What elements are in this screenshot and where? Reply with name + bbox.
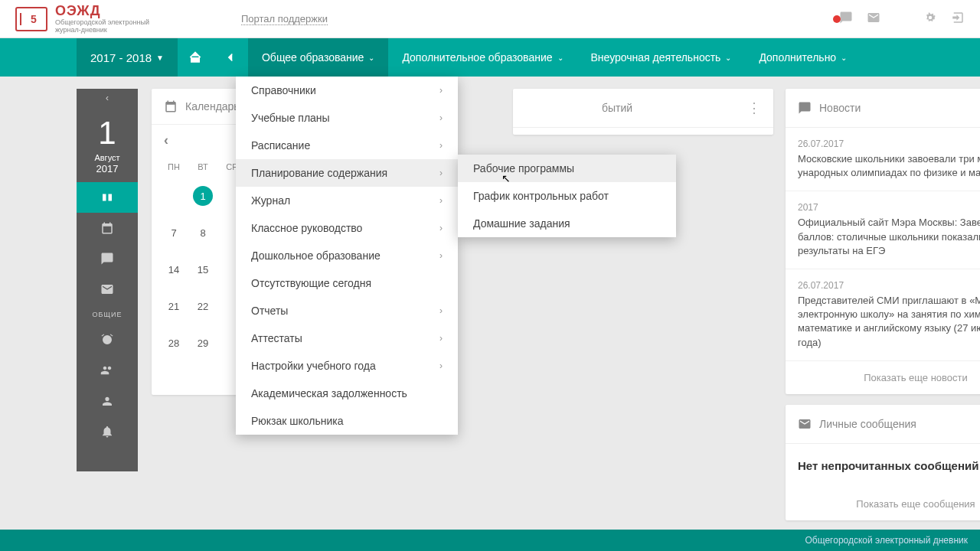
nav-more[interactable]: Дополнительно⌄: [745, 38, 861, 77]
date-year: 2017: [77, 163, 138, 174]
mail-icon[interactable]: [867, 11, 880, 28]
dropdown-item[interactable]: Классное руководство›: [236, 214, 458, 242]
sidebar-item-group[interactable]: [77, 386, 138, 416]
dropdown-menu: Справочники›Учебные планы›Расписание›Пла…: [236, 77, 458, 435]
news-date: 26.07.2017: [798, 139, 980, 149]
messages-icon: [798, 417, 812, 431]
calendar-day[interactable]: 14: [159, 251, 188, 288]
calendar-title: Календарь: [185, 100, 240, 112]
nav-general-education[interactable]: Общее образование⌄: [248, 38, 388, 77]
calendar-day[interactable]: 7: [159, 214, 188, 251]
home-icon[interactable]: [178, 38, 213, 77]
news-date: 2017: [798, 202, 980, 213]
calendar-day[interactable]: 29: [188, 324, 217, 361]
footer-text: Общегородской электронный дневник: [805, 535, 968, 546]
submenu-item[interactable]: Рабочие программы: [458, 155, 676, 182]
news-text: Представителей СМИ приглашают в «Московс…: [798, 294, 980, 350]
dropdown-item[interactable]: Журнал›: [236, 187, 458, 214]
sidebar: ‹ 1 Август 2017 ОБЩИЕ: [77, 89, 138, 471]
news-icon: [798, 101, 812, 115]
news-text: Московские школьники завоевали три медал…: [798, 152, 980, 180]
notification-badge: [833, 15, 841, 23]
news-show-more[interactable]: Показать еще новости: [786, 361, 980, 394]
dropdown-item[interactable]: Отчеты›: [236, 297, 458, 324]
year-selector[interactable]: 2017 - 2018▼: [77, 38, 178, 77]
calendar-day[interactable]: 15: [188, 251, 217, 288]
events-title: бытий: [602, 102, 632, 114]
logo-subtitle-2: журнал-дневник: [55, 27, 149, 34]
messages-show-more[interactable]: Показать еще сообщения: [786, 487, 980, 520]
news-title: Новости: [819, 102, 861, 114]
nav-extracurricular[interactable]: Внеурочная деятельность⌄: [577, 38, 746, 77]
notification-icon[interactable]: [839, 11, 853, 28]
sidebar-collapse[interactable]: ‹: [77, 89, 138, 107]
logout-icon[interactable]: [951, 11, 965, 28]
calendar-prev[interactable]: ‹: [164, 132, 168, 148]
calendar-icon: [164, 99, 178, 113]
calendar-day[interactable]: 1: [188, 178, 217, 214]
events-more-icon[interactable]: ⋮: [747, 99, 761, 116]
chevron-right-icon: ›: [439, 333, 443, 344]
messages-panel: Личные сообщения ⋮ Нет непрочитанных соо…: [786, 405, 980, 520]
messages-title: Личные сообщения: [819, 418, 916, 430]
sidebar-item-book[interactable]: [77, 182, 138, 213]
chevron-right-icon: ›: [439, 140, 443, 151]
settings-icon[interactable]: [923, 11, 937, 28]
submenu-item[interactable]: График контрольных работ: [458, 182, 676, 210]
calendar-day[interactable]: 21: [159, 288, 188, 324]
sidebar-item-calendar[interactable]: [77, 213, 138, 243]
chevron-right-icon: ›: [439, 360, 443, 371]
logo-icon: 5: [15, 7, 47, 31]
dropdown-item[interactable]: Академическая задолженность: [236, 380, 458, 407]
calendar-day[interactable]: 8: [188, 214, 217, 251]
support-link[interactable]: Портал поддержки: [241, 13, 328, 25]
dropdown-item[interactable]: Справочники›: [236, 77, 458, 104]
chevron-right-icon: ›: [439, 168, 443, 178]
news-item[interactable]: 26.07.2017Московские школьники завоевали…: [786, 128, 980, 191]
chevron-right-icon: ›: [439, 250, 443, 261]
news-item[interactable]: 2017Официальный сайт Мэра Москвы: Заветн…: [786, 191, 980, 269]
calendar-day: [159, 178, 188, 214]
chevron-right-icon: ›: [439, 223, 443, 233]
date-block: 1 Август 2017: [77, 107, 138, 182]
dropdown-item[interactable]: Отсутствующие сегодня: [236, 269, 458, 297]
news-item[interactable]: 26.07.2017Представителей СМИ приглашают …: [786, 269, 980, 361]
chevron-right-icon: ›: [439, 85, 443, 96]
submenu: Рабочие программыГрафик контрольных рабо…: [458, 155, 676, 237]
chevron-right-icon: ›: [439, 305, 443, 316]
submenu-item[interactable]: Домашние задания: [458, 210, 676, 237]
events-panel: бытий ⋮: [513, 89, 773, 135]
nav-additional-education[interactable]: Дополнительное образование⌄: [388, 38, 577, 77]
date-day: 1: [77, 115, 138, 152]
calendar-day[interactable]: 28: [159, 324, 188, 361]
logo[interactable]: 5 ОЭЖД Общегородской электронный журнал-…: [15, 3, 149, 34]
dropdown-item[interactable]: Расписание›: [236, 132, 458, 159]
dropdown-item[interactable]: Дошкольное образование›: [236, 242, 458, 269]
calendar-day[interactable]: 22: [188, 288, 217, 324]
footer: Общегородской электронный дневник: [0, 530, 980, 551]
back-icon[interactable]: [213, 38, 248, 77]
dropdown-item[interactable]: Настройки учебного года›: [236, 352, 458, 380]
sidebar-section-label: ОБЩИЕ: [93, 311, 122, 318]
dropdown-item[interactable]: Планирование содержания›: [236, 159, 458, 187]
news-panel: Новости ⋮ 26.07.2017Московские школьники…: [786, 89, 980, 394]
top-header: 5 ОЭЖД Общегородской электронный журнал-…: [0, 0, 980, 38]
nav-bar: 2017 - 2018▼ Общее образование⌄ Дополнит…: [0, 38, 980, 77]
calendar-weekday: ПН: [159, 156, 188, 178]
messages-empty: Нет непрочитанных сообщений: [786, 444, 980, 487]
logo-title: ОЭЖД: [55, 3, 149, 19]
sidebar-item-mail[interactable]: [77, 274, 138, 305]
chevron-right-icon: ›: [439, 112, 443, 123]
dropdown-item[interactable]: Аттестаты›: [236, 324, 458, 352]
sidebar-item-bell[interactable]: [77, 416, 138, 447]
dropdown-item[interactable]: Учебные планы›: [236, 104, 458, 132]
date-month: Август: [77, 153, 138, 162]
chevron-right-icon: ›: [439, 195, 443, 206]
dropdown-item[interactable]: Рюкзак школьника: [236, 407, 458, 435]
sidebar-item-chat[interactable]: [77, 243, 138, 274]
sidebar-item-people[interactable]: [77, 355, 138, 386]
news-text: Официальный сайт Мэра Москвы: Заветные 1…: [798, 216, 980, 258]
calendar-weekday: ВТ: [188, 156, 217, 178]
sidebar-item-alarm[interactable]: [77, 324, 138, 355]
news-date: 26.07.2017: [798, 280, 980, 291]
